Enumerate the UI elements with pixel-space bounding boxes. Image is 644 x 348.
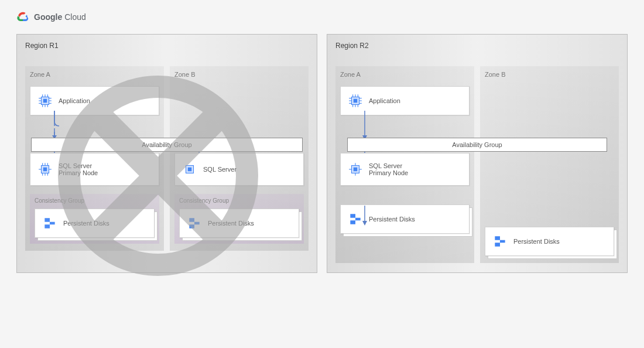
zone-r1-b-title: Zone B	[174, 71, 304, 78]
persistent-disks-label-r2a: Persistent Disks	[369, 216, 415, 223]
sql-primary-node-r2: SQL Server Primary Node	[340, 153, 470, 186]
persistent-disks-r2a: Persistent Disks	[340, 204, 470, 234]
persistent-disks-stack-r2a: Persistent Disks	[340, 204, 470, 234]
compute-icon	[348, 162, 363, 177]
availability-group-r2-label: Availability Group	[452, 141, 502, 148]
region-r1-title: Region R1	[25, 42, 309, 50]
sql-label-r1b: SQL Server	[203, 166, 237, 173]
consistency-title-r1a: Consistency Group	[35, 197, 155, 204]
sql-node-r1b: SQL Server	[174, 153, 304, 186]
zone-r2-b: Zone B Persistent Disks	[480, 66, 619, 263]
persistent-disks-stack-r2b: Persistent Disks	[485, 227, 614, 256]
compute-icon	[37, 93, 53, 108]
availability-group-r1: Availability Group	[31, 138, 303, 152]
svg-rect-30	[354, 99, 358, 103]
compute-icon	[348, 93, 363, 108]
header: Google Cloud	[0, 0, 644, 34]
persistent-disks-stack-r1b: Persistent Disks	[179, 209, 299, 238]
persistent-disks-r1b: Persistent Disks	[179, 209, 299, 238]
sql-primary-node-r1: SQL Server Primary Node	[30, 153, 159, 186]
application-node-r1: Application	[30, 86, 159, 115]
disk-icon	[492, 234, 508, 249]
persistent-disks-r2b: Persistent Disks	[485, 227, 614, 256]
persistent-disks-label-r1a: Persistent Disks	[63, 220, 109, 227]
availability-group-r2: Availability Group	[347, 138, 607, 152]
sql-primary-label-r1: SQL Server Primary Node	[59, 162, 98, 176]
disk-icon	[187, 216, 202, 231]
google-cloud-logo-icon	[16, 11, 29, 23]
application-node-r2: Application	[340, 86, 470, 115]
zone-r1-a: Zone A Application	[25, 66, 164, 251]
svg-rect-28	[188, 168, 192, 172]
regions-container: Region R1 Availability Group Zone A Appl…	[0, 34, 644, 273]
persistent-disks-label-r1b: Persistent Disks	[208, 220, 254, 227]
region-r2-title: Region R2	[335, 42, 619, 50]
svg-rect-46	[354, 168, 358, 172]
consistency-group-r1b: Consistency Group Persistent Disks	[174, 194, 304, 244]
application-label-r1: Application	[59, 97, 90, 104]
consistency-title-r1b: Consistency Group	[179, 197, 299, 204]
zone-r2-a-title: Zone A	[340, 71, 470, 78]
svg-rect-17	[43, 168, 47, 172]
disk-icon	[42, 216, 57, 231]
brand-bold: Google	[34, 12, 62, 22]
svg-rect-1	[43, 99, 47, 103]
zone-r2-b-title: Zone B	[485, 71, 614, 78]
persistent-disks-r1a: Persistent Disks	[35, 209, 155, 238]
zone-r2-a: Zone A Application	[335, 66, 474, 263]
compute-icon	[37, 162, 53, 177]
persistent-disks-label-r2b: Persistent Disks	[513, 238, 560, 245]
persistent-disks-stack-r1a: Persistent Disks	[35, 209, 155, 238]
consistency-group-r1a: Consistency Group Persistent Disks	[30, 194, 159, 244]
brand-light: Cloud	[64, 12, 86, 22]
zone-r1-b: Zone B SQL Server Consistency Group	[170, 66, 309, 251]
disk-icon	[348, 211, 363, 227]
region-r2: Region R2 Availability Group Zone A Appl…	[327, 34, 628, 273]
compute-icon	[182, 162, 197, 177]
availability-group-r1-label: Availability Group	[142, 141, 191, 148]
sql-primary-label-r2: SQL Server Primary Node	[369, 162, 408, 176]
zone-r1-a-title: Zone A	[30, 71, 159, 78]
application-label-r2: Application	[369, 97, 400, 104]
region-r1: Region R1 Availability Group Zone A Appl…	[16, 34, 317, 273]
